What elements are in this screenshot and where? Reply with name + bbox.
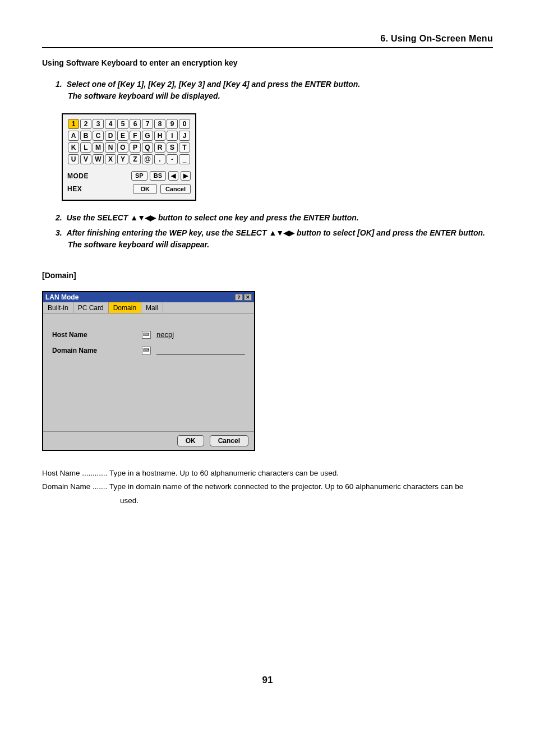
key-P[interactable]: P — [130, 142, 141, 153]
key-R[interactable]: R — [154, 142, 165, 153]
key-I[interactable]: I — [167, 131, 178, 141]
ok-button[interactable]: OK — [177, 435, 204, 446]
hex-label: HEX — [67, 185, 82, 193]
step-1: 1.Select one of [Key 1], [Key 2], [Key 3… — [56, 79, 493, 102]
keyboard-controls: MODE SP BS ◀ ▶ HEX OK Cancel — [66, 171, 192, 194]
right-arrow-button[interactable]: ▶ — [181, 171, 191, 181]
def-desc: Type in a hostname. Up to 60 alphanumeri… — [109, 468, 493, 479]
header-divider — [42, 47, 493, 48]
window-title: LAN Mode — [45, 293, 79, 301]
software-keyboard: 1 2 3 4 5 6 7 8 9 0 A B C D E F G H I J … — [62, 113, 196, 201]
key-4[interactable]: 4 — [105, 119, 116, 129]
help-icon[interactable]: ? — [235, 294, 243, 301]
key-8[interactable]: 8 — [154, 119, 165, 129]
close-icon[interactable]: ✕ — [244, 294, 252, 301]
step-subtext: The software keyboard will disappear. — [68, 239, 493, 251]
step-text-post: button to select one key and press the E… — [156, 213, 359, 222]
tab-pccard[interactable]: PC Card — [73, 302, 109, 313]
left-arrow-button[interactable]: ◀ — [168, 171, 178, 181]
cancel-button[interactable]: Cancel — [160, 184, 191, 194]
step-number: 3. — [56, 228, 62, 237]
key-dot[interactable]: . — [154, 154, 165, 164]
key-1[interactable]: 1 — [68, 119, 79, 129]
page-number: 91 — [42, 675, 493, 686]
arrow-icons: ▲▼◀▶ — [269, 228, 294, 237]
host-name-label: Host Name — [52, 331, 136, 339]
key-W[interactable]: W — [93, 154, 104, 164]
key-0[interactable]: 0 — [179, 119, 190, 129]
key-D[interactable]: D — [105, 131, 116, 141]
key-9[interactable]: 9 — [167, 119, 178, 129]
lan-mode-window: LAN Mode ? ✕ Built-in PC Card Domain Mai… — [42, 291, 255, 451]
host-name-row: Host Name ⌨ necpj — [52, 330, 245, 339]
window-titlebar: LAN Mode ? ✕ — [43, 292, 254, 302]
domain-name-label: Domain Name — [52, 347, 136, 354]
key-O[interactable]: O — [117, 142, 128, 153]
key-7[interactable]: 7 — [142, 119, 153, 129]
key-dash[interactable]: - — [167, 154, 178, 164]
bs-button[interactable]: BS — [150, 171, 166, 181]
key-3[interactable]: 3 — [93, 119, 104, 129]
key-underscore[interactable]: _ — [179, 154, 190, 164]
key-X[interactable]: X — [105, 154, 116, 164]
keyboard-icon[interactable]: ⌨ — [142, 347, 151, 354]
key-Y[interactable]: Y — [117, 154, 128, 164]
host-name-input[interactable]: necpj — [156, 330, 245, 339]
step-subtext: The software keyboard will be displayed. — [68, 90, 493, 102]
tab-builtin[interactable]: Built-in — [43, 302, 73, 313]
tab-domain[interactable]: Domain — [109, 302, 141, 313]
key-C[interactable]: C — [93, 131, 104, 141]
domain-heading: [Domain] — [42, 271, 493, 280]
step-3: 3.After finishing entering the WEP key, … — [56, 227, 493, 251]
key-T[interactable]: T — [179, 142, 190, 153]
step-2: 2.Use the SELECT ▲▼◀▶ button to select o… — [56, 212, 493, 224]
key-N[interactable]: N — [105, 142, 116, 153]
def-term: Host Name ............ — [42, 468, 107, 479]
domain-name-input[interactable] — [156, 347, 245, 354]
window-footer: OK Cancel — [43, 431, 254, 450]
keyboard-row-2: A B C D E F G H I J — [66, 131, 192, 141]
key-F[interactable]: F — [130, 131, 141, 141]
sp-button[interactable]: SP — [131, 171, 147, 181]
tab-mail[interactable]: Mail — [141, 302, 163, 313]
key-at[interactable]: @ — [142, 154, 153, 164]
key-6[interactable]: 6 — [130, 119, 141, 129]
step-list: 1.Select one of [Key 1], [Key 2], [Key 3… — [42, 79, 493, 102]
key-J[interactable]: J — [179, 131, 190, 141]
def-desc: Type in domain name of the network conne… — [109, 481, 493, 492]
definition-list: Host Name ............ Type in a hostnam… — [42, 468, 493, 506]
key-M[interactable]: M — [93, 142, 104, 153]
key-A[interactable]: A — [68, 131, 79, 141]
step-text-post: button to select [OK] and press the ENTE… — [294, 228, 485, 237]
domain-name-row: Domain Name ⌨ — [52, 347, 245, 354]
key-Z[interactable]: Z — [130, 154, 141, 164]
step-text-pre: After finishing entering the WEP key, us… — [67, 228, 269, 237]
step-number: 1. — [56, 80, 62, 89]
keyboard-row-4: U V W X Y Z @ . - _ — [66, 154, 192, 164]
window-body: Host Name ⌨ necpj Domain Name ⌨ — [43, 314, 254, 431]
key-Q[interactable]: Q — [142, 142, 153, 153]
def-term: Domain Name ....... — [42, 481, 107, 492]
keyboard-row-1: 1 2 3 4 5 6 7 8 9 0 — [66, 119, 192, 129]
key-K[interactable]: K — [68, 142, 79, 153]
key-B[interactable]: B — [80, 131, 91, 141]
section-header: 6. Using On-Screen Menu — [42, 34, 493, 44]
key-5[interactable]: 5 — [117, 119, 128, 129]
key-L[interactable]: L — [80, 142, 91, 153]
mode-label: MODE — [67, 172, 89, 180]
step-list-2: 2.Use the SELECT ▲▼◀▶ button to select o… — [42, 212, 493, 251]
key-U[interactable]: U — [68, 154, 79, 164]
step-text-pre: Use the SELECT — [67, 213, 131, 222]
key-E[interactable]: E — [117, 131, 128, 141]
ok-button[interactable]: OK — [133, 184, 157, 194]
cancel-button[interactable]: Cancel — [210, 435, 248, 446]
keyboard-icon[interactable]: ⌨ — [142, 331, 151, 339]
keyboard-row-3: K L M N O P Q R S T — [66, 142, 192, 153]
key-S[interactable]: S — [167, 142, 178, 153]
key-H[interactable]: H — [154, 131, 165, 141]
key-2[interactable]: 2 — [80, 119, 91, 129]
step-number: 2. — [56, 213, 62, 222]
key-G[interactable]: G — [142, 131, 153, 141]
tab-bar: Built-in PC Card Domain Mail — [43, 302, 254, 314]
key-V[interactable]: V — [80, 154, 91, 164]
